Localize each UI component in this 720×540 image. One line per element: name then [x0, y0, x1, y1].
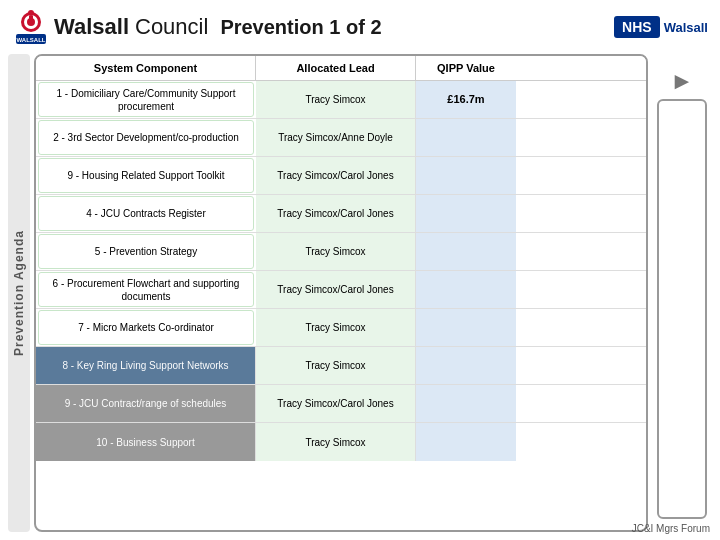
crest-icon: WALSALL: [12, 8, 50, 46]
cell-lead: Tracy Simcox/Carol Jones: [256, 157, 416, 194]
col-allocated-lead: Allocated Lead: [256, 56, 416, 80]
cell-system: 9 - JCU Contract/range of schedules: [36, 385, 256, 422]
cell-lead: Tracy Simcox: [256, 423, 416, 461]
col-qipp-value: QIPP Value: [416, 56, 516, 80]
cell-system: 7 - Micro Markets Co-ordinator: [38, 310, 254, 345]
svg-text:WALSALL: WALSALL: [17, 37, 46, 43]
data-table: System Component Allocated Lead QIPP Val…: [34, 54, 648, 532]
right-box: [657, 99, 707, 519]
table-row: 10 - Business Support Tracy Simcox: [36, 423, 646, 461]
table-body: 1 - Domiciliary Care/Community Support p…: [36, 81, 646, 461]
cell-qipp: [416, 423, 516, 461]
table-row: 5 - Prevention Strategy Tracy Simcox: [36, 233, 646, 271]
logo-council-text: Council: [135, 14, 208, 40]
cell-system: 5 - Prevention Strategy: [38, 234, 254, 269]
qipp-value: £16.7m: [447, 92, 484, 106]
cell-qipp: [416, 119, 516, 156]
cell-lead: Tracy Simcox: [256, 347, 416, 384]
table-row: 8 - Key Ring Living Support Networks Tra…: [36, 347, 646, 385]
cell-system: 10 - Business Support: [36, 423, 256, 461]
cell-system: 4 - JCU Contracts Register: [38, 196, 254, 231]
table-row: 4 - JCU Contracts Register Tracy Simcox/…: [36, 195, 646, 233]
table-row: 9 - JCU Contract/range of schedules Trac…: [36, 385, 646, 423]
nhs-walsall-text: Walsall: [664, 20, 708, 35]
cell-lead: Tracy Simcox: [256, 233, 416, 270]
svg-rect-7: [29, 16, 33, 21]
cell-lead: Tracy Simcox: [256, 81, 416, 118]
nhs-logo: NHS Walsall: [614, 16, 708, 38]
col-system-component: System Component: [36, 56, 256, 80]
footer-text: JC&I Mgrs Forum: [632, 523, 710, 534]
table-header: System Component Allocated Lead QIPP Val…: [36, 56, 646, 81]
main-content: Prevention Agenda System Component Alloc…: [0, 50, 720, 536]
walsall-logo: WALSALL Walsall Council: [12, 8, 208, 46]
cell-system: 9 - Housing Related Support Toolkit: [38, 158, 254, 193]
cell-qipp: [416, 309, 516, 346]
cell-system: 1 - Domiciliary Care/Community Support p…: [38, 82, 254, 117]
cell-lead: Tracy Simcox/Carol Jones: [256, 195, 416, 232]
table-row: 9 - Housing Related Support Toolkit Trac…: [36, 157, 646, 195]
table-row: 7 - Micro Markets Co-ordinator Tracy Sim…: [36, 309, 646, 347]
cell-lead: Tracy Simcox: [256, 309, 416, 346]
prevention-agenda-label: Prevention Agenda: [8, 54, 30, 532]
cell-qipp: [416, 157, 516, 194]
table-row: 6 - Procurement Flowchart and supporting…: [36, 271, 646, 309]
logo-walsall-text: Walsall: [54, 14, 129, 40]
table-row: 1 - Domiciliary Care/Community Support p…: [36, 81, 646, 119]
right-arrow-icon: ►: [670, 67, 694, 95]
cell-lead: Tracy Simcox/Carol Jones: [256, 271, 416, 308]
cell-qipp: [416, 347, 516, 384]
cell-system: 2 - 3rd Sector Development/co-production: [38, 120, 254, 155]
cell-qipp: [416, 195, 516, 232]
right-panel: ►: [652, 54, 712, 532]
header: WALSALL Walsall Council Prevention 1 of …: [0, 0, 720, 50]
cell-qipp: [416, 233, 516, 270]
cell-lead: Tracy Simcox/Carol Jones: [256, 385, 416, 422]
cell-qipp: [416, 385, 516, 422]
table-row: 2 - 3rd Sector Development/co-production…: [36, 119, 646, 157]
cell-lead: Tracy Simcox/Anne Doyle: [256, 119, 416, 156]
cell-qipp: £16.7m: [416, 81, 516, 118]
nhs-badge: NHS: [614, 16, 660, 38]
cell-system: 6 - Procurement Flowchart and supporting…: [38, 272, 254, 307]
cell-qipp: [416, 271, 516, 308]
svg-point-6: [28, 10, 34, 16]
page: WALSALL Walsall Council Prevention 1 of …: [0, 0, 720, 540]
page-title: Prevention 1 of 2: [220, 16, 381, 39]
cell-system: 8 - Key Ring Living Support Networks: [36, 347, 256, 384]
